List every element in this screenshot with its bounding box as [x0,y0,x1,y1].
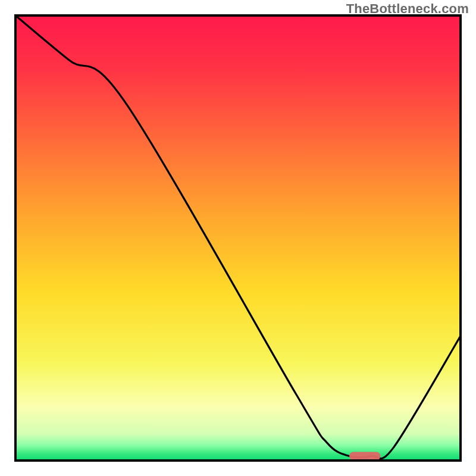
watermark-text: TheBottleneck.com [346,1,469,17]
bottleneck-chart [0,0,476,476]
optimal-marker [349,452,380,461]
plot-background [15,15,461,461]
chart-container: TheBottleneck.com [0,0,476,476]
